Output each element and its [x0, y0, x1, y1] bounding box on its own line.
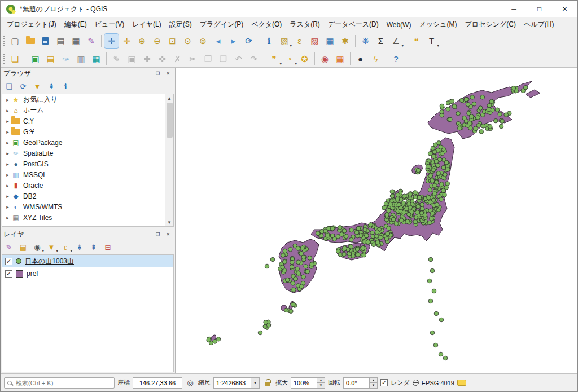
tree-item-8[interactable]: ▸▮Oracle [2, 180, 173, 191]
mountain-point[interactable] [433, 183, 437, 188]
mountain-point[interactable] [462, 116, 467, 120]
mountain-point[interactable] [427, 279, 432, 283]
mountain-point[interactable] [291, 281, 295, 286]
mountain-point[interactable] [523, 85, 528, 90]
mountain-point[interactable] [407, 202, 411, 206]
magnifier-input[interactable] [291, 377, 317, 389]
mountain-point[interactable] [300, 284, 304, 289]
vertex-tool-button[interactable]: ✜ [155, 52, 169, 66]
zoom-to-layer-button[interactable]: ⊚ [196, 34, 210, 48]
processing-toolbox-button[interactable]: ❋ [358, 34, 373, 48]
mountain-point[interactable] [416, 204, 421, 209]
mountain-point[interactable] [427, 196, 431, 200]
refresh-browser-button[interactable]: ⟳ [17, 80, 29, 93]
mountain-point[interactable] [431, 146, 435, 151]
new-shapefile-layer-button[interactable]: ▤ [43, 52, 58, 66]
mountain-point[interactable] [500, 119, 505, 124]
mountain-point[interactable] [382, 206, 387, 210]
tree-item-10[interactable]: ▸◐WMS/WMTS [2, 201, 173, 212]
mountain-point[interactable] [362, 253, 366, 257]
mountain-point[interactable] [439, 352, 443, 356]
mountain-point[interactable] [363, 228, 367, 232]
mountain-point[interactable] [354, 230, 359, 235]
mountain-point[interactable] [499, 124, 503, 129]
field-calculator-button[interactable]: ✱ [338, 34, 352, 48]
mountain-point[interactable] [429, 217, 434, 221]
layer-row-1[interactable]: ✓pref [2, 267, 173, 280]
print-layout-button[interactable]: ▤ [54, 34, 68, 48]
layer-checkbox[interactable]: ✓ [5, 270, 12, 278]
mountain-point[interactable] [420, 206, 424, 211]
mountain-point[interactable] [290, 260, 295, 265]
layer-labeling-button[interactable]: ❞▾ [267, 52, 281, 66]
layer-diagram-button[interactable]: ◔▾ [282, 52, 296, 66]
expand-arrow-icon[interactable]: ▸ [4, 108, 11, 113]
mountain-point[interactable] [470, 95, 475, 100]
mountain-point[interactable] [386, 231, 390, 236]
toolbar-grip[interactable] [3, 36, 6, 47]
mountain-point[interactable] [504, 113, 509, 117]
menu-item-1[interactable]: 編集(E) [60, 17, 91, 32]
mountain-point[interactable] [428, 188, 432, 192]
mountain-point[interactable] [440, 104, 444, 108]
mountain-point[interactable] [428, 257, 433, 262]
spin-down-icon[interactable]: ▼ [370, 383, 377, 388]
mountain-point[interactable] [296, 260, 301, 265]
mountain-point[interactable] [420, 202, 424, 207]
mountain-point[interactable] [369, 223, 373, 227]
mountain-point[interactable] [375, 240, 380, 245]
mountain-point[interactable] [296, 246, 300, 251]
mountain-point[interactable] [385, 213, 389, 217]
expand-arrow-icon[interactable]: ▸ [4, 172, 11, 178]
mountain-point[interactable] [437, 141, 441, 146]
help-button[interactable]: ? [389, 52, 403, 66]
mountain-point[interactable] [402, 210, 406, 214]
spin-up-icon[interactable]: ▲ [317, 378, 325, 384]
menu-item-9[interactable]: Web(W) [383, 19, 415, 31]
mountain-point[interactable] [440, 151, 445, 156]
coordinate-input[interactable] [133, 377, 182, 389]
mountain-point[interactable] [292, 288, 296, 292]
mountain-point[interactable] [342, 252, 347, 257]
mountain-point[interactable] [440, 110, 444, 114]
browser-float-button[interactable]: ❐ [154, 70, 162, 77]
pref-polygon-2[interactable] [526, 90, 540, 98]
filter-legend-button[interactable]: ▼▾ [45, 241, 58, 253]
copy-features-button[interactable]: ❐ [201, 52, 215, 66]
add-selected-layers-button[interactable]: ❏ [3, 80, 15, 93]
expand-arrow-icon[interactable]: ▸ [4, 183, 11, 188]
mountain-point[interactable] [388, 202, 393, 207]
mountain-point[interactable] [426, 164, 430, 169]
rotation-spinner[interactable]: ▲ ▼ [343, 377, 378, 389]
scale-input[interactable] [213, 377, 251, 389]
mountain-point[interactable] [391, 217, 396, 222]
spin-down-icon[interactable]: ▼ [317, 383, 325, 388]
mountain-point[interactable] [470, 114, 474, 119]
rotation-input[interactable] [343, 377, 369, 389]
redo-button[interactable]: ↷ [247, 52, 261, 66]
mountain-point[interactable] [407, 212, 411, 217]
new-geopackage-layer-button[interactable]: ▣ [28, 52, 42, 66]
crs-globe-icon[interactable] [413, 380, 419, 386]
mountain-point[interactable] [498, 112, 502, 117]
tree-item-3[interactable]: ▸G:¥ [2, 126, 173, 137]
map-tips-button[interactable]: ❝ [409, 34, 423, 48]
menu-item-4[interactable]: 設定(S) [165, 17, 196, 32]
tree-item-9[interactable]: ▸◆DB2 [2, 191, 173, 201]
scrollbar-thumb[interactable] [167, 103, 173, 138]
mountain-point[interactable] [440, 182, 444, 187]
mountain-point[interactable] [430, 179, 435, 183]
mountain-point[interactable] [294, 277, 298, 281]
new-mesh-layer-button[interactable]: ▦ [89, 52, 103, 66]
mountain-point[interactable] [445, 182, 450, 186]
spin-up-icon[interactable]: ▲ [370, 378, 377, 384]
pin-labels-button[interactable]: ✪ [297, 52, 312, 66]
menu-item-2[interactable]: ビュー(V) [91, 17, 129, 32]
rotation-spin-arrows[interactable]: ▲ ▼ [369, 377, 378, 389]
manage-map-themes-button[interactable]: ◉▾ [31, 241, 43, 253]
style-manager-button[interactable]: ✎ [84, 34, 98, 48]
menu-item-3[interactable]: レイヤ(L) [128, 17, 165, 32]
mountain-point[interactable] [417, 195, 422, 200]
zoom-out-button[interactable]: ⊖ [150, 34, 164, 48]
zoom-in-button[interactable]: ⊕ [135, 34, 149, 48]
